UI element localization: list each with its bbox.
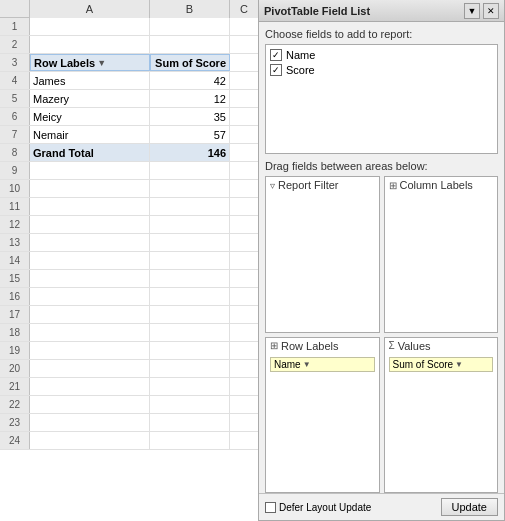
cell-a[interactable] <box>30 378 150 395</box>
values-tag-sum-of-score[interactable]: Sum of Score ▼ <box>389 357 494 372</box>
cell-c[interactable] <box>230 360 259 377</box>
row-number: 24 <box>0 432 30 449</box>
cell-a[interactable] <box>30 234 150 251</box>
cell-a[interactable] <box>30 162 150 179</box>
cell-a[interactable] <box>30 342 150 359</box>
cell-a[interactable] <box>30 306 150 323</box>
cell-c[interactable] <box>230 378 259 395</box>
cell-b[interactable] <box>150 162 230 179</box>
defer-layout-checkbox-container[interactable]: Defer Layout Update <box>265 502 371 513</box>
values-tag-dropdown-icon[interactable]: ▼ <box>455 360 463 369</box>
cell-b[interactable] <box>150 342 230 359</box>
cell-c[interactable] <box>230 342 259 359</box>
cell-b[interactable] <box>150 18 230 35</box>
cell-a[interactable] <box>30 216 150 233</box>
cell-a[interactable] <box>30 288 150 305</box>
cell-a[interactable]: Row Labels▼ <box>30 54 150 71</box>
cell-c[interactable] <box>230 288 259 305</box>
field-checkbox-name[interactable]: ✓ <box>270 49 282 61</box>
field-item-name[interactable]: ✓ Name <box>270 49 493 61</box>
cell-a[interactable] <box>30 360 150 377</box>
cell-c[interactable] <box>230 396 259 413</box>
cell-a[interactable] <box>30 414 150 431</box>
cell-c[interactable] <box>230 198 259 215</box>
cell-b[interactable] <box>150 432 230 449</box>
cell-b[interactable] <box>150 288 230 305</box>
cell-b[interactable] <box>150 306 230 323</box>
cell-a[interactable] <box>30 252 150 269</box>
row-number: 11 <box>0 198 30 215</box>
cell-b[interactable] <box>150 270 230 287</box>
cell-b[interactable]: 146 <box>150 144 230 161</box>
cell-a[interactable] <box>30 198 150 215</box>
cell-b[interactable] <box>150 252 230 269</box>
column-labels-icon: ⊞ <box>389 180 397 191</box>
cell-a[interactable]: James <box>30 72 150 89</box>
cell-a[interactable] <box>30 36 150 53</box>
cell-c[interactable] <box>230 252 259 269</box>
cell-c[interactable] <box>230 108 259 125</box>
row-labels-dropdown[interactable]: ▼ <box>97 58 106 68</box>
defer-layout-checkbox[interactable] <box>265 502 276 513</box>
field-checkbox-score[interactable]: ✓ <box>270 64 282 76</box>
field-item-score[interactable]: ✓ Score <box>270 64 493 76</box>
cell-a[interactable] <box>30 324 150 341</box>
cell-c[interactable] <box>230 18 259 35</box>
cell-c[interactable] <box>230 216 259 233</box>
cell-b[interactable] <box>150 414 230 431</box>
cell-a[interactable]: Meicy <box>30 108 150 125</box>
cell-c[interactable] <box>230 126 259 143</box>
cell-b[interactable]: 35 <box>150 108 230 125</box>
cell-a[interactable]: Mazery <box>30 90 150 107</box>
row-labels-tag-name[interactable]: Name ▼ <box>270 357 375 372</box>
cell-a[interactable] <box>30 180 150 197</box>
cell-a[interactable] <box>30 18 150 35</box>
cell-b[interactable] <box>150 378 230 395</box>
cell-c[interactable] <box>230 54 259 71</box>
cell-a[interactable] <box>30 396 150 413</box>
bottom-bar: Defer Layout Update Update <box>259 493 504 520</box>
cell-c[interactable] <box>230 180 259 197</box>
cell-b[interactable]: Sum of Score <box>150 54 230 71</box>
cell-c[interactable] <box>230 324 259 341</box>
table-row: 4James42 <box>0 72 259 90</box>
cell-b[interactable]: 57 <box>150 126 230 143</box>
cell-a[interactable] <box>30 270 150 287</box>
cell-c[interactable] <box>230 72 259 89</box>
report-filter-icon: ▿ <box>270 180 275 191</box>
cell-c[interactable] <box>230 432 259 449</box>
cell-b[interactable] <box>150 360 230 377</box>
cell-c[interactable] <box>230 144 259 161</box>
row-number: 23 <box>0 414 30 431</box>
area-column-labels[interactable]: ⊞ Column Labels <box>384 176 499 333</box>
update-button[interactable]: Update <box>441 498 498 516</box>
cell-b[interactable] <box>150 216 230 233</box>
areas-grid: ▿ Report Filter ⊞ Column Labels ⊞ Row La… <box>265 176 498 493</box>
cell-a[interactable] <box>30 432 150 449</box>
cell-b[interactable] <box>150 180 230 197</box>
cell-c[interactable] <box>230 162 259 179</box>
cell-a[interactable]: Nemair <box>30 126 150 143</box>
cell-c[interactable] <box>230 90 259 107</box>
cell-a[interactable]: Grand Total <box>30 144 150 161</box>
cell-b[interactable] <box>150 36 230 53</box>
cell-c[interactable] <box>230 234 259 251</box>
pivot-panel-menu-button[interactable]: ▼ <box>464 3 480 19</box>
cell-b[interactable] <box>150 234 230 251</box>
cell-c[interactable] <box>230 270 259 287</box>
area-row-labels[interactable]: ⊞ Row Labels Name ▼ <box>265 337 380 494</box>
pivot-panel-titlebar: PivotTable Field List ▼ ✕ <box>259 0 504 22</box>
cell-b[interactable] <box>150 396 230 413</box>
row-labels-tag-dropdown-icon[interactable]: ▼ <box>303 360 311 369</box>
cell-b[interactable] <box>150 198 230 215</box>
cell-c[interactable] <box>230 36 259 53</box>
cell-b[interactable] <box>150 324 230 341</box>
cell-b[interactable]: 12 <box>150 90 230 107</box>
pivot-panel-close-button[interactable]: ✕ <box>483 3 499 19</box>
cell-c[interactable] <box>230 306 259 323</box>
cell-c[interactable] <box>230 414 259 431</box>
area-values[interactable]: Σ Values Sum of Score ▼ <box>384 337 499 494</box>
cell-b[interactable]: 42 <box>150 72 230 89</box>
area-report-filter[interactable]: ▿ Report Filter <box>265 176 380 333</box>
table-row: 2 <box>0 36 259 54</box>
